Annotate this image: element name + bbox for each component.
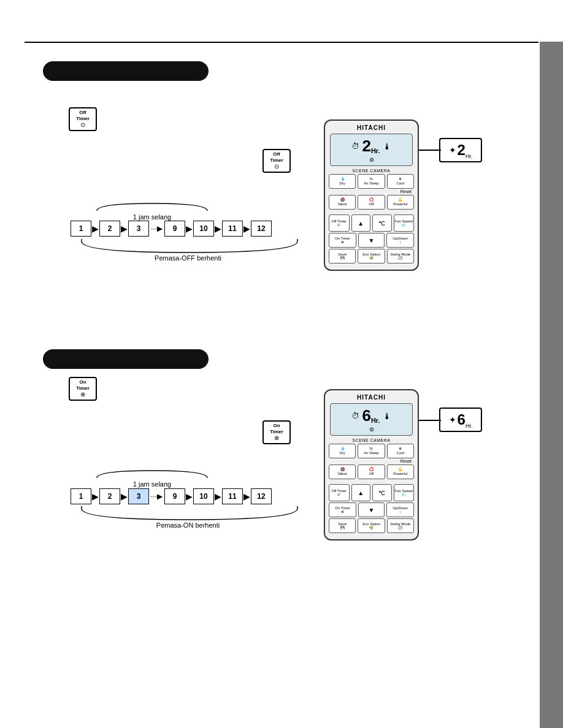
indicator-hr-2: Hr. bbox=[465, 423, 473, 429]
remote-btn-fanspeed-1[interactable]: Fan Speed💨 bbox=[394, 214, 415, 232]
seq-dots-1: ···▶ bbox=[151, 224, 163, 233]
seq2-box-1: 1 bbox=[71, 488, 91, 504]
on-timer-button-icon: ⊕ bbox=[73, 391, 93, 398]
remote-btn-offtimer-1[interactable]: Off Timer⏱ bbox=[329, 214, 350, 232]
indicator-number-1: 2 bbox=[458, 142, 465, 159]
remote-btn-swingmode-2[interactable]: Swing Mode🔄 bbox=[387, 518, 414, 533]
on-timer-button-label: On Timer bbox=[73, 379, 93, 391]
display-hr-2: Hr. bbox=[371, 417, 380, 424]
on-timer-button-small-label: On Timer bbox=[267, 423, 286, 434]
interval-label-2: 1 jam selang bbox=[91, 469, 213, 488]
seq-arrow-1: ▶ bbox=[92, 224, 99, 233]
remote-row-4b: On Timer⊕ ▼ Up/Down↕ bbox=[329, 502, 414, 517]
off-timer-button-small[interactable]: Off Timer ⊙ bbox=[262, 149, 291, 173]
seq-arrow-4: ▶ bbox=[215, 224, 221, 233]
remote-btn-swingmode-1[interactable]: Swing Mode🔄 bbox=[387, 249, 414, 264]
connector-line-2 bbox=[419, 420, 441, 421]
remote-btn-cool-2[interactable]: ❄Cool bbox=[387, 444, 414, 458]
remote-btn-silent-2[interactable]: 🔇Silent bbox=[329, 464, 356, 479]
display-hr-1: Hr. bbox=[371, 147, 380, 154]
sequence-row-1: 1 ▶ 2 ▶ 3 ···▶ 9 ▶ 10 ▶ 11 ▶ 12 bbox=[71, 221, 272, 237]
remote-display-1: ⏱ 2 Hr. 🌡 ⚙ bbox=[330, 134, 413, 166]
seq-arrow-5: ▶ bbox=[243, 224, 250, 233]
off-timer-button-main[interactable]: Off Timer ⊙ bbox=[69, 107, 97, 131]
remote-btn-powerful-1[interactable]: 💪Powerful bbox=[387, 195, 414, 210]
on-timer-button-small[interactable]: On Timer ⊕ bbox=[262, 420, 291, 444]
remote-btn-ontimer-2[interactable]: On Timer⊕ bbox=[329, 502, 356, 517]
remote-btn-airsleep-2[interactable]: 🌬Air Sleep bbox=[358, 444, 385, 458]
remote-row-4a: On Timer⊕ ▼ Up/Down↕ bbox=[329, 233, 414, 248]
seq-box-2: 2 bbox=[99, 221, 120, 237]
seq2-dots-1: ···▶ bbox=[151, 492, 163, 501]
seq2-arrow-3: ▶ bbox=[186, 491, 193, 501]
off-timer-button-small-label: Off Timer bbox=[267, 151, 286, 163]
remote-btn-ontimer-1[interactable]: On Timer⊕ bbox=[329, 233, 356, 248]
remote-brand-1: HITACHI bbox=[325, 121, 418, 134]
remote-btn-ecoselect-1[interactable]: Eco Select🌿 bbox=[358, 249, 385, 264]
remote-btn-updown-1[interactable]: Up/Down↕ bbox=[386, 233, 414, 248]
remote-control-2: HITACHI ⏱ 6 Hr. 🌡 ⚙ SCENE CAMERA 💧Dry 🌬A… bbox=[324, 389, 419, 540]
remote-btn-fanspeed-2[interactable]: Fan Speed💨 bbox=[394, 484, 415, 501]
sequence-row-2: 1 ▶ 2 ▶ 3 ···▶ 9 ▶ 10 ▶ 11 ▶ 12 bbox=[71, 488, 272, 504]
display-clock-icon-1: ⏱ bbox=[351, 142, 359, 151]
connector-line-1 bbox=[419, 150, 441, 151]
seq2-arrow-5: ▶ bbox=[243, 491, 250, 501]
off-timer-section-bar bbox=[43, 61, 209, 81]
seq-box-12: 12 bbox=[251, 221, 272, 237]
remote-btn-cool-1[interactable]: ❄Cool bbox=[387, 174, 414, 189]
off-timer-button-small-icon: ⊙ bbox=[267, 163, 286, 170]
display-gear-icon-2: ⚙ bbox=[369, 427, 374, 433]
seq-box-11: 11 bbox=[222, 221, 243, 237]
remote-btn-temdown-1[interactable]: ▼ bbox=[358, 233, 385, 248]
seq-arrow-2: ▶ bbox=[121, 224, 128, 233]
top-divider bbox=[25, 42, 538, 43]
seq2-arrow-2: ▶ bbox=[121, 491, 128, 501]
remote-btn-save-1[interactable]: Save💾 bbox=[329, 249, 356, 264]
remote-btn-temup-2[interactable]: ▲ bbox=[351, 484, 371, 501]
remote-btn-off-2[interactable]: ⭕Off bbox=[358, 464, 385, 479]
remote-btn-powerful-2[interactable]: 💪Powerful bbox=[387, 464, 414, 479]
remote-btn-temup-1[interactable]: ▲ bbox=[351, 214, 371, 232]
remote-btn-celsius-1[interactable]: ℃ bbox=[372, 214, 392, 232]
curly-brace-1 bbox=[91, 202, 213, 213]
display-top-2: ⏱ 6 Hr. 🌡 bbox=[333, 406, 410, 425]
remote-btn-silent-1[interactable]: 🔇Silent bbox=[329, 195, 356, 210]
display-indicator-2: ✦ 6 Hr. bbox=[439, 408, 482, 432]
off-timer-button-icon: ⊙ bbox=[73, 121, 93, 129]
seq2-box-9: 9 bbox=[164, 488, 185, 504]
display-clock-icon-2: ⏱ bbox=[351, 411, 359, 420]
sidebar-gray-bar bbox=[540, 42, 563, 728]
on-timer-button-small-icon: ⊕ bbox=[267, 434, 286, 442]
curly-brace-2 bbox=[91, 469, 213, 480]
remote-btn-offtimer-2[interactable]: Off Timer⏱ bbox=[329, 484, 350, 501]
remote-row-3b: Off Timer⏱ ▲ ℃ Fan Speed💨 bbox=[329, 484, 414, 501]
seq-box-10: 10 bbox=[193, 221, 214, 237]
display-number-1: 2 bbox=[362, 137, 370, 156]
stop-label-2: Pemasa-ON berhenti bbox=[71, 506, 305, 529]
stop-label-1: Pemasa-OFF berhenti bbox=[71, 239, 305, 262]
interval-text-2: 1 jam selang bbox=[91, 480, 213, 488]
remote-reset-label-2: Reset bbox=[325, 459, 412, 463]
display-gear-icon-1: ⚙ bbox=[369, 157, 374, 163]
on-timer-section-bar bbox=[43, 349, 209, 369]
remote-brand-2: HITACHI bbox=[325, 390, 418, 403]
remote-btn-ecoselect-2[interactable]: Eco Select🌿 bbox=[358, 518, 385, 533]
remote-btn-airsleep-1[interactable]: 🌬Air Sleep bbox=[358, 174, 385, 189]
remote-btn-temdown-2[interactable]: ▼ bbox=[358, 502, 385, 517]
indicator-hr-1: Hr. bbox=[465, 153, 473, 159]
off-timer-button-label: Off Timer bbox=[73, 110, 93, 121]
seq2-box-12: 12 bbox=[251, 488, 272, 504]
seq2-box-2: 2 bbox=[99, 488, 120, 504]
display-indicator-1: ✦ 2 Hr. bbox=[439, 138, 482, 162]
remote-btn-celsius-2[interactable]: ℃ bbox=[372, 484, 392, 501]
remote-row-1a: 💧Dry 🌬Air Sleep ❄Cool bbox=[329, 174, 414, 189]
remote-btn-off-1[interactable]: ⭕Off bbox=[358, 195, 385, 210]
remote-btn-updown-2[interactable]: Up/Down↕ bbox=[386, 502, 414, 517]
remote-btn-dry-1[interactable]: 💧Dry bbox=[329, 174, 356, 189]
remote-btn-dry-2[interactable]: 💧Dry bbox=[329, 444, 356, 458]
remote-btn-save-2[interactable]: Save💾 bbox=[329, 518, 356, 533]
remote-row-5a: Save💾 Eco Select🌿 Swing Mode🔄 bbox=[329, 249, 414, 264]
seq-box-1: 1 bbox=[71, 221, 91, 237]
seq-box-3: 3 bbox=[128, 221, 149, 237]
on-timer-button-main[interactable]: On Timer ⊕ bbox=[69, 377, 97, 401]
